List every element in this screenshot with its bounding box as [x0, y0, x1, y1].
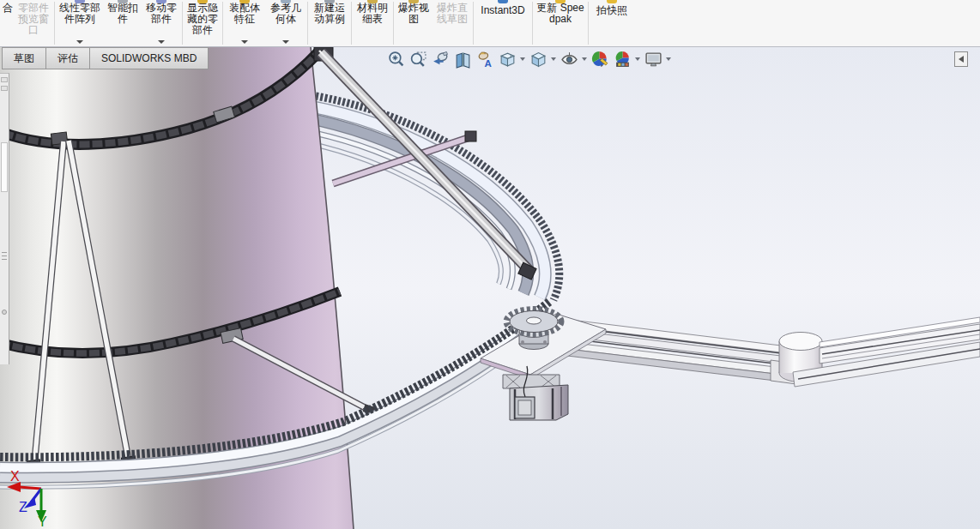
update-speedpak-icon	[555, 0, 566, 3]
collapse-arrow-icon	[959, 56, 964, 63]
view-orientation-dropdown[interactable]	[518, 49, 527, 69]
command-manager-tabs: 草图 评估 SOLIDWORKS MBD	[2, 47, 209, 69]
previous-view-icon[interactable]	[430, 49, 451, 69]
joint-cap-top	[779, 333, 822, 351]
assembly-features-icon	[239, 0, 250, 3]
dropdown-arrow-icon[interactable]	[282, 40, 289, 44]
ribbon-button-assembly-features[interactable]: 装配体特征	[224, 0, 265, 46]
smart-fasteners-icon	[118, 0, 128, 3]
show-hidden-icon	[197, 0, 208, 3]
strip-grip-lines	[2, 252, 7, 260]
ribbon-separator	[393, 2, 394, 45]
ribbon-button-move-component[interactable]: 移动零部件	[142, 0, 181, 46]
zoom-to-area-icon[interactable]	[408, 49, 428, 69]
zoom-to-fit-icon[interactable]	[385, 49, 406, 69]
ribbon-button-explode-line-sketch: 爆炸直线草图	[433, 0, 472, 46]
ribbon-button-new-motion-study[interactable]: 新建运动算例	[309, 0, 350, 46]
edit-appearance-icon[interactable]	[590, 49, 610, 69]
tab-solidworks-mbd[interactable]: SOLIDWORKS MBD	[90, 47, 209, 69]
strip-panel-fragment	[1, 142, 8, 192]
solidworks-window: 合 零部件预览窗口 线性零部件阵列 智能扣件 移动零部件 显示隐藏的零部件 装配…	[0, 0, 980, 529]
tab-evaluate[interactable]: 评估	[46, 47, 90, 69]
section-view-icon[interactable]	[452, 49, 473, 69]
ribbon-button-linear-pattern[interactable]: 线性零部件阵列	[56, 0, 104, 46]
view-orientation-icon[interactable]	[497, 49, 517, 69]
motion-study-icon	[324, 0, 335, 3]
display-pane-collapse-button[interactable]	[954, 51, 968, 67]
dropdown-arrow-icon[interactable]	[241, 40, 248, 44]
strip-knob	[2, 310, 7, 315]
ribbon-button-take-snapshot[interactable]: 拍快照	[590, 0, 634, 46]
ribbon-button-mate-partial[interactable]: 合	[0, 0, 14, 46]
bom-icon	[367, 0, 378, 3]
ribbon-separator	[54, 2, 55, 45]
assembly-model-scene[interactable]: X Z Y	[0, 47, 980, 529]
dropdown-arrow-icon[interactable]	[76, 40, 83, 44]
triad-x-label: X	[10, 469, 20, 484]
strip-widget	[1, 77, 8, 82]
reference-geometry-icon	[281, 0, 291, 3]
display-style-dropdown[interactable]	[549, 49, 558, 69]
svg-text:A: A	[484, 57, 492, 68]
strip-widget	[1, 86, 8, 91]
triad-z-label: Z	[19, 500, 27, 514]
display-style-icon[interactable]	[528, 49, 548, 69]
command-manager-ribbon: 合 零部件预览窗口 线性零部件阵列 智能扣件 移动零部件 显示隐藏的零部件 装配…	[0, 0, 980, 47]
ribbon-separator	[222, 2, 223, 45]
dropdown-arrow-icon[interactable]	[158, 40, 165, 44]
view-settings-icon[interactable]	[643, 49, 663, 69]
instant3d-icon	[498, 0, 508, 3]
ribbon-button-bill-of-materials[interactable]: 材料明细表	[353, 0, 392, 46]
apply-scene-icon[interactable]	[612, 49, 632, 69]
ribbon-separator	[532, 2, 533, 45]
ribbon-separator	[182, 2, 183, 45]
hide-show-items-dropdown[interactable]	[580, 49, 589, 69]
heads-up-view-toolbar: A	[384, 49, 673, 69]
exploded-view-icon	[408, 0, 419, 3]
apply-scene-dropdown[interactable]	[633, 49, 642, 69]
ribbon-button-reference-geometry[interactable]: 参考几何体	[265, 0, 306, 46]
ribbon-button-update-speedpak[interactable]: 更新 Speedpak	[534, 0, 587, 46]
triad-y-label: Y	[38, 514, 47, 529]
strut-bracket	[465, 131, 476, 141]
hide-show-items-icon[interactable]	[559, 49, 579, 69]
ribbon-button-exploded-view[interactable]: 爆炸视图	[395, 0, 433, 46]
ribbon-separator	[351, 2, 352, 45]
view-settings-dropdown[interactable]	[664, 49, 673, 69]
feature-manager-collapsed-strip[interactable]	[0, 73, 9, 364]
ribbon-separator	[588, 2, 589, 45]
ribbon-button-instant3d[interactable]: Instant3D	[475, 0, 531, 46]
annotation-views-icon[interactable]: A	[475, 49, 495, 69]
tab-sketch[interactable]: 草图	[2, 47, 46, 69]
graphics-viewport[interactable]: X Z Y 草图 评估 SOLIDWORKS MBD	[0, 47, 980, 529]
ribbon-separator	[473, 2, 474, 45]
ribbon-button-show-hidden-components[interactable]: 显示隐藏的零部件	[184, 0, 221, 46]
linear-pattern-icon	[75, 0, 85, 3]
move-component-icon	[156, 0, 166, 3]
pinion-bore	[527, 317, 541, 324]
snapshot-icon	[607, 0, 617, 3]
ribbon-separator	[307, 2, 308, 45]
ribbon-button-smart-fasteners[interactable]: 智能扣件	[104, 0, 142, 46]
ribbon-button-component-preview: 零部件预览窗口	[14, 0, 53, 46]
